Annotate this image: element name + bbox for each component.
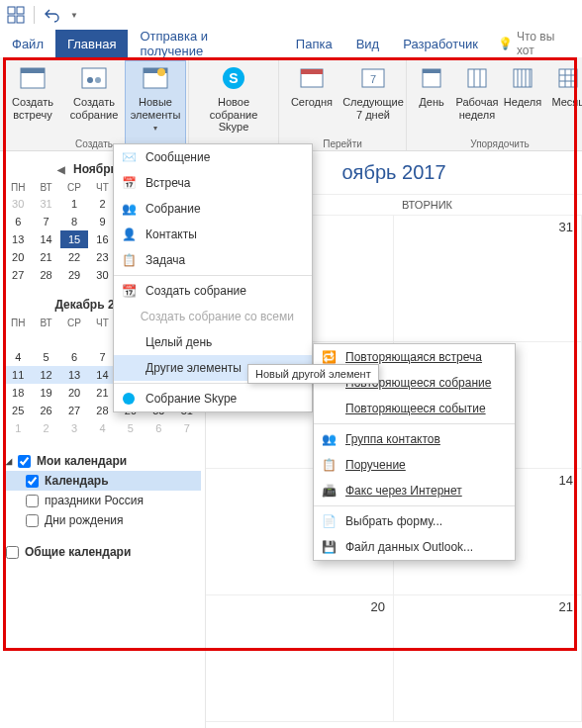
tab-home[interactable]: Главная xyxy=(55,30,128,57)
separator xyxy=(34,6,35,24)
label: Новое собрание Skype xyxy=(195,96,272,134)
tab-folder[interactable]: Папка xyxy=(284,30,344,57)
tab-view[interactable]: Вид xyxy=(344,30,392,57)
new-appointment-button[interactable]: Создать встречу xyxy=(2,60,63,150)
qat-customize-caret-icon[interactable]: ▼ xyxy=(70,11,78,20)
menu-item-appointment[interactable]: 📅Встреча xyxy=(114,170,312,196)
mini-cal-day[interactable]: 31 xyxy=(32,195,59,213)
mini-cal-day[interactable]: 4 xyxy=(88,419,116,437)
mini-cal-day[interactable] xyxy=(60,330,88,348)
mini-cal-day[interactable]: 28 xyxy=(32,266,59,284)
mini-cal-day[interactable]: 13 xyxy=(60,366,88,384)
mini-cal-day[interactable]: 6 xyxy=(60,348,88,366)
mini-cal-day[interactable]: 26 xyxy=(32,402,59,419)
mini-cal-day[interactable]: 20 xyxy=(60,384,88,402)
mini-cal-day[interactable]: 5 xyxy=(32,348,59,366)
menu-item-task[interactable]: 📋Задача xyxy=(114,247,312,273)
prev-month-icon[interactable]: ◀ xyxy=(57,164,65,175)
mini-cal-day[interactable]: 27 xyxy=(4,266,32,284)
calendar-checkbox[interactable] xyxy=(26,475,39,488)
menu-item-choose-form[interactable]: 📄Выбрать форму... xyxy=(314,508,515,534)
mini-cal-day[interactable]: 18 xyxy=(4,384,32,402)
svg-point-11 xyxy=(157,68,165,76)
form-icon: 📄 xyxy=(320,512,338,530)
svg-rect-15 xyxy=(301,69,323,74)
body: ◀ Ноябрь 2017 ПНВТСРЧТПТСБВС303112345678… xyxy=(0,151,582,728)
calendar-item-main[interactable]: Календарь xyxy=(4,471,201,491)
menu-item-contact-group[interactable]: 👥Группа контактов xyxy=(314,426,515,452)
mini-cal-day[interactable]: 29 xyxy=(60,266,88,284)
menu-item-recurring-event[interactable]: Повторяющееся событие xyxy=(314,396,515,421)
mini-cal-day[interactable]: 3 xyxy=(60,419,88,437)
work-week-view-button[interactable]: Рабочая неделя xyxy=(454,60,500,150)
mini-cal-day[interactable]: 25 xyxy=(4,402,32,419)
mini-cal-day[interactable]: 2 xyxy=(32,419,59,437)
mini-cal-day[interactable]: 1 xyxy=(4,419,32,437)
menu-item-internet-fax[interactable]: 📠Факс через Интернет xyxy=(314,478,515,503)
mini-cal-day[interactable]: 1 xyxy=(60,195,88,213)
mini-cal-day[interactable] xyxy=(4,330,32,348)
mini-cal-day[interactable]: 14 xyxy=(32,230,59,248)
my-calendars-checkbox[interactable] xyxy=(18,455,31,468)
mini-cal-day[interactable]: 11 xyxy=(4,366,32,384)
svg-point-8 xyxy=(95,77,101,83)
tab-developer[interactable]: Разработчик xyxy=(391,30,490,57)
mini-cal-day[interactable]: 27 xyxy=(60,402,88,419)
calendar-icon: 📅 xyxy=(120,174,138,192)
menu-item-create-meeting[interactable]: 📆Создать собрание xyxy=(114,278,312,304)
mini-cal-day[interactable]: 20 xyxy=(4,248,32,266)
mini-cal-day[interactable]: 21 xyxy=(32,248,59,266)
calendar-plus-icon: 📆 xyxy=(120,282,138,300)
mini-cal-day[interactable]: 4 xyxy=(4,348,32,366)
mini-cal-day[interactable]: 7 xyxy=(32,213,59,230)
menu-item-skype-meeting[interactable]: Собрание Skype xyxy=(114,386,312,411)
week-view-button[interactable]: Неделя xyxy=(500,60,545,150)
next-7-days-button[interactable]: 7 Следующие 7 дней xyxy=(342,60,404,150)
clipboard-icon: 📋 xyxy=(320,456,338,474)
menu-item-contacts[interactable]: 👤Контакты xyxy=(114,222,312,247)
day-view-button[interactable]: День xyxy=(409,60,454,150)
calendar-checkbox[interactable] xyxy=(26,495,39,507)
shared-checkbox[interactable] xyxy=(6,546,19,559)
tell-me-search[interactable]: 💡 Что вы хот xyxy=(490,30,582,57)
mini-cal-day[interactable]: 22 xyxy=(60,248,88,266)
calendar-day-cell[interactable]: 20 xyxy=(206,595,394,722)
undo-icon[interactable] xyxy=(43,5,62,25)
menu-item-outlook-data-file[interactable]: 💾Файл данных Outlook... xyxy=(314,534,515,560)
menu-item-meeting[interactable]: 👥Собрание xyxy=(114,196,312,222)
caret-down-icon: ◢ xyxy=(6,457,12,466)
my-calendars-header[interactable]: ◢ Мои календари xyxy=(4,451,201,471)
label: Месяц xyxy=(551,96,582,109)
calendar-checkbox[interactable] xyxy=(26,514,39,527)
calendar-item-birthdays[interactable]: Дни рождения xyxy=(4,510,201,530)
mini-cal-day[interactable]: 30 xyxy=(4,195,32,213)
tab-file[interactable]: Файл xyxy=(0,30,55,57)
mini-cal-day[interactable]: 6 xyxy=(145,419,172,437)
calendar-item-holidays[interactable]: праздники Россия xyxy=(4,491,201,510)
mini-cal-day[interactable]: 6 xyxy=(4,213,32,230)
mini-cal-day[interactable]: 12 xyxy=(32,366,59,384)
mini-cal-day[interactable] xyxy=(32,330,59,348)
mini-cal-day[interactable]: 5 xyxy=(117,419,145,437)
mini-cal-day[interactable]: 8 xyxy=(60,213,88,230)
mini-cal-day[interactable]: 19 xyxy=(32,384,59,402)
ribbon-group-new: Создать встречу Создать собрание Новые э… xyxy=(0,57,189,150)
work-week-icon xyxy=(461,62,493,94)
app-icon xyxy=(6,5,26,25)
menu-item-assignment[interactable]: 📋Поручение xyxy=(314,452,515,478)
mini-cal-day[interactable]: 7 xyxy=(173,419,201,437)
new-meeting-button[interactable]: Создать собрание xyxy=(63,60,125,150)
calendar-today-icon xyxy=(296,62,328,94)
new-skype-meeting-button[interactable]: S Новое собрание Skype xyxy=(191,60,276,150)
calendar-day-cell[interactable]: 21 xyxy=(394,595,582,722)
mini-cal-day[interactable]: 13 xyxy=(4,230,32,248)
today-button[interactable]: Сегодня xyxy=(281,60,342,150)
tab-send-receive[interactable]: Отправка и получение xyxy=(128,30,283,57)
menu-item-message[interactable]: ✉️Сообщение xyxy=(114,144,312,170)
new-items-button[interactable]: Новые элементы ▾ xyxy=(125,60,186,150)
menu-item-all-day[interactable]: Целый день xyxy=(114,329,312,355)
calendar-day-cell[interactable]: 31 xyxy=(394,216,582,342)
mini-cal-day[interactable]: 15 xyxy=(60,230,88,248)
month-view-button[interactable]: Месяц xyxy=(545,60,582,150)
shared-calendars-header[interactable]: Общие календари xyxy=(4,542,201,562)
